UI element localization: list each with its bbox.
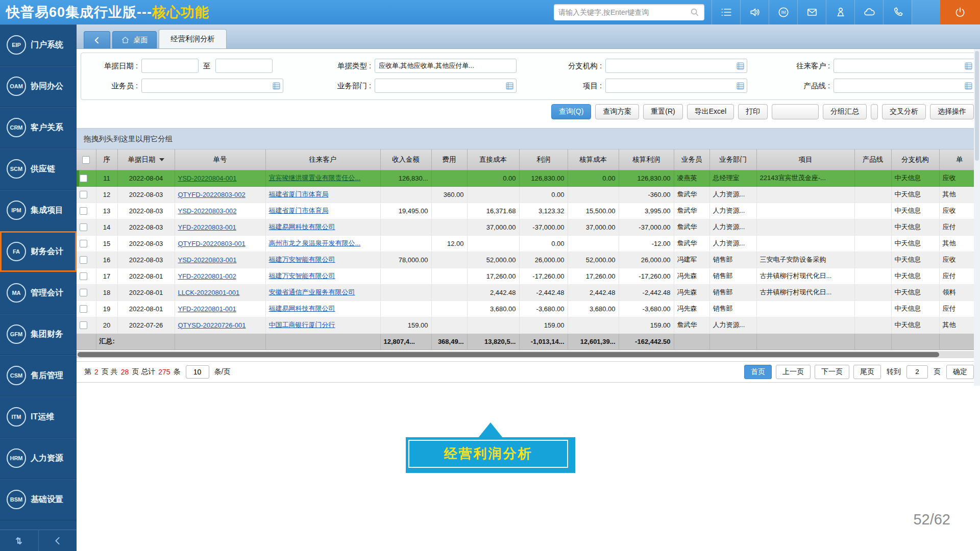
col-seq[interactable]: 序 — [96, 149, 117, 170]
power-button[interactable] — [940, 0, 980, 24]
sidebar-item[interactable]: HRM 人力资源 — [0, 438, 77, 479]
vertical-scrollbar[interactable] — [974, 49, 980, 386]
col-dept[interactable]: 业务部门 — [709, 149, 756, 170]
doc-no-link[interactable]: QTYFD-20220803-002 — [178, 191, 246, 198]
cloud-button[interactable] — [854, 0, 883, 24]
select-all-checkbox[interactable] — [82, 156, 90, 164]
select-all-header[interactable] — [77, 149, 96, 170]
table-row[interactable]: 16 2022-08-03 YSD-20220803-001 福建万安智能有限公… — [77, 252, 980, 268]
table-row[interactable]: 13 2022-08-03 YSD-20220803-002 福建省厦门市体育局… — [77, 203, 980, 219]
col-fee[interactable]: 费用 — [431, 149, 467, 170]
col-branch[interactable]: 分支机构 — [891, 149, 939, 170]
doc-date-from-input[interactable] — [141, 59, 199, 73]
table-row[interactable]: 14 2022-08-03 YFD-20220803-001 福建易网科技有限公… — [77, 219, 980, 235]
doc-date-to-input[interactable] — [215, 59, 273, 73]
print-button[interactable]: 打印 — [738, 104, 768, 119]
row-checkbox[interactable] — [80, 321, 87, 329]
prev-page-button[interactable]: 上一页 — [776, 365, 811, 379]
table-row[interactable]: 20 2022-07-26 QTYSD-20220726-001 中国工商银行厦… — [77, 317, 980, 333]
group-summary-button[interactable]: 分组汇总 — [823, 104, 867, 119]
sidebar-item[interactable]: GFM 集团财务 — [0, 314, 77, 355]
row-checkbox[interactable] — [80, 191, 87, 198]
table-row[interactable]: 17 2022-08-01 YFD-20220801-002 福建万安智能有限公… — [77, 268, 980, 284]
im-button[interactable]: IM — [769, 0, 797, 24]
customer-link[interactable]: 福建易网科技有限公司 — [269, 305, 335, 312]
doc-no-link[interactable]: YFD-20220803-001 — [178, 223, 236, 231]
table-row[interactable]: 15 2022-08-03 QTYFD-20220803-001 惠州市龙之泉温… — [77, 235, 980, 252]
search-input[interactable] — [558, 8, 690, 16]
user-button[interactable] — [826, 0, 854, 24]
goto-page-input[interactable] — [906, 365, 928, 379]
back-button[interactable] — [84, 31, 110, 48]
table-row[interactable]: 18 2022-08-01 LLCK-20220801-001 安徽省通信产业服… — [77, 284, 980, 300]
group-by-bar[interactable]: 拖拽列头到这里以用它分组 — [77, 128, 980, 149]
next-page-button[interactable]: 下一页 — [815, 365, 849, 379]
tab-desktop[interactable]: 桌面 — [112, 31, 157, 48]
query-plan-button[interactable]: 查询方案 — [595, 104, 639, 119]
dept-input[interactable] — [375, 79, 517, 93]
branch-input[interactable] — [605, 59, 747, 73]
row-checkbox[interactable] — [80, 240, 87, 247]
menu-list-button[interactable] — [712, 0, 740, 24]
row-checkbox[interactable] — [80, 174, 87, 182]
speaker-button[interactable] — [740, 0, 769, 24]
row-checkbox[interactable] — [80, 289, 87, 296]
customer-link[interactable]: 惠州市龙之泉温泉开发有限公... — [269, 239, 361, 247]
swap-panel-button[interactable] — [0, 530, 38, 551]
col-customer[interactable]: 往来客户 — [265, 149, 380, 170]
doc-no-link[interactable]: QTYSD-20220726-001 — [178, 321, 246, 329]
col-direct-cost[interactable]: 直接成本 — [467, 149, 519, 170]
doc-no-link[interactable]: YFD-20220801-001 — [178, 305, 236, 313]
blank-button[interactable] — [772, 104, 819, 119]
reset-button[interactable]: 重置(R) — [643, 104, 682, 119]
table-row[interactable]: 12 2022-08-03 QTYFD-20220803-002 福建省厦门市体… — [77, 186, 980, 203]
vertical-scrollbar-thumb[interactable] — [975, 51, 979, 161]
row-checkbox[interactable] — [80, 223, 87, 231]
table-row[interactable]: 11 2022-08-04 YSD-20220804-001 宜宾骏继洪骥置业有… — [77, 170, 980, 186]
sidebar-item[interactable]: OAM 协同办公 — [0, 66, 77, 107]
sidebar-item[interactable]: FA 财务会计 — [0, 231, 77, 272]
horizontal-scrollbar-thumb[interactable] — [78, 352, 939, 357]
customer-input[interactable] — [834, 59, 975, 73]
customer-link[interactable]: 宜宾骏继洪骥置业有限责任公... — [269, 174, 361, 182]
col-acct-profit[interactable]: 核算利润 — [619, 149, 674, 170]
customer-link[interactable]: 福建万安智能有限公司 — [269, 256, 335, 263]
sidebar-item[interactable]: IPM 集成项目 — [0, 190, 77, 231]
row-checkbox[interactable] — [80, 207, 87, 215]
col-doc-no[interactable]: 单号 — [175, 149, 265, 170]
tab-profit-analysis[interactable]: 经营利润分析 — [159, 29, 227, 48]
sidebar-item[interactable]: EIP 门户系统 — [0, 24, 77, 66]
col-salesman[interactable]: 业务员 — [674, 149, 709, 170]
table-row[interactable]: 19 2022-08-01 YFD-20220801-001 福建易网科技有限公… — [77, 300, 980, 317]
col-project[interactable]: 项目 — [756, 149, 854, 170]
sidebar-item[interactable]: MA 管理会计 — [0, 272, 77, 314]
row-checkbox[interactable] — [80, 272, 87, 280]
col-acct-cost[interactable]: 核算成本 — [568, 149, 619, 170]
row-checkbox[interactable] — [80, 256, 87, 264]
customer-link[interactable]: 福建易网科技有限公司 — [269, 223, 335, 231]
col-income[interactable]: 收入金额 — [380, 149, 431, 170]
horizontal-scrollbar[interactable] — [77, 351, 980, 358]
query-button[interactable]: 查询(Q) — [551, 104, 591, 119]
doc-no-link[interactable]: YSD-20220803-001 — [178, 256, 237, 264]
narrow-blank-button[interactable] — [871, 104, 878, 119]
confirm-button[interactable]: 确定 — [946, 365, 974, 379]
doc-no-link[interactable]: QTYFD-20220803-001 — [178, 240, 246, 247]
sidebar-item[interactable]: BSM 基础设置 — [0, 479, 77, 520]
project-input[interactable] — [605, 79, 747, 93]
doc-no-link[interactable]: YSD-20220803-002 — [178, 207, 237, 215]
salesman-input[interactable] — [141, 79, 283, 93]
sidebar-item[interactable]: SCM 供应链 — [0, 148, 77, 190]
customer-link[interactable]: 福建省厦门市体育局 — [269, 190, 329, 198]
export-excel-button[interactable]: 导出Excel — [687, 104, 734, 119]
doc-no-link[interactable]: LLCK-20220801-001 — [178, 289, 240, 296]
sidebar-item[interactable]: CRM 客户关系 — [0, 107, 77, 148]
col-profit[interactable]: 利润 — [519, 149, 568, 170]
doc-type-combo[interactable]: 应收单,其他应收单,其他应付单... — [375, 59, 517, 73]
search-icon[interactable] — [690, 7, 700, 17]
sidebar-item[interactable]: ITM IT运维 — [0, 396, 77, 438]
cross-analysis-button[interactable]: 交叉分析 — [882, 104, 926, 119]
doc-no-link[interactable]: YFD-20220801-002 — [178, 272, 236, 280]
phone-button[interactable] — [883, 0, 912, 24]
doc-no-link[interactable]: YSD-20220804-001 — [178, 174, 237, 182]
